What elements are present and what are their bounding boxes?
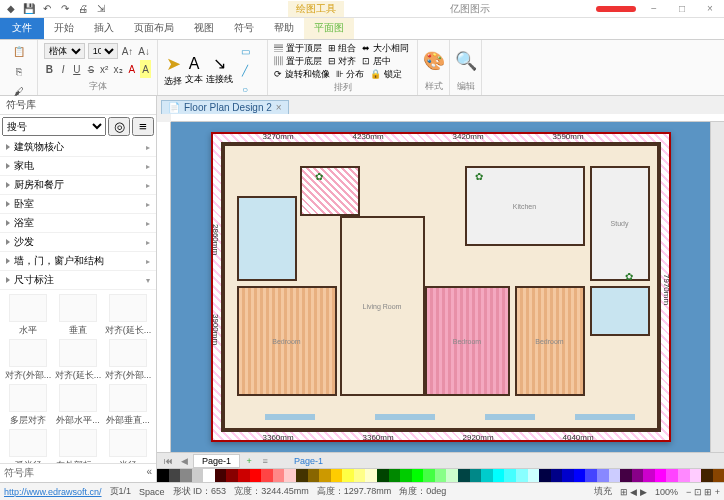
room-bedroom[interactable]: Bedroom xyxy=(425,286,510,396)
color-swatch[interactable] xyxy=(215,469,227,482)
color-swatch[interactable] xyxy=(539,469,551,482)
color-swatch[interactable] xyxy=(412,469,424,482)
zoom-controls[interactable]: − ⊡ ⊞ + xyxy=(686,487,720,497)
shape-item[interactable]: 对齐(延长... xyxy=(54,339,102,382)
category-item[interactable]: 尺寸标注▾ xyxy=(0,271,156,290)
color-swatch[interactable] xyxy=(342,469,354,482)
color-swatch[interactable] xyxy=(273,469,285,482)
shape-item[interactable]: 水平 xyxy=(4,294,52,337)
shape-line-icon[interactable]: ╱ xyxy=(236,61,254,79)
category-item[interactable]: 沙发▸ xyxy=(0,233,156,252)
select-tool-icon[interactable]: ➤ xyxy=(166,53,181,75)
color-swatch[interactable] xyxy=(678,469,690,482)
file-tab[interactable]: 文件 xyxy=(0,18,44,39)
color-swatch[interactable] xyxy=(551,469,563,482)
shape-item[interactable]: 在外部标... xyxy=(54,429,102,463)
room-study[interactable]: Study xyxy=(590,166,650,281)
page-tab-mirror[interactable]: Page-1 xyxy=(294,456,323,466)
category-item[interactable]: 厨房和餐厅▸ xyxy=(0,176,156,195)
shape-item[interactable]: 对齐(外部... xyxy=(104,339,152,382)
tab-home[interactable]: 开始 xyxy=(44,18,84,39)
category-item[interactable]: 建筑物核心▸ xyxy=(0,138,156,157)
room-bedroom[interactable]: Bedroom xyxy=(515,286,585,396)
canvas-viewport[interactable]: 3270mm 4230mm 3420mm 3590mm 2860mm 3900m… xyxy=(171,122,710,452)
export-icon[interactable]: ⇲ xyxy=(94,2,108,16)
color-swatch[interactable] xyxy=(470,469,482,482)
style-icon[interactable]: 🎨 xyxy=(423,50,445,72)
paste-icon[interactable]: 📋 xyxy=(10,42,28,60)
color-swatch[interactable] xyxy=(597,469,609,482)
send-back-button[interactable]: ▥ 置于底层 xyxy=(274,55,322,68)
category-item[interactable]: 卧室▸ xyxy=(0,195,156,214)
undo-icon[interactable]: ↶ xyxy=(40,2,54,16)
color-swatch[interactable] xyxy=(713,469,724,482)
status-url-link[interactable]: http://www.edrawsoft.cn/ xyxy=(4,487,102,497)
save-icon[interactable]: 💾 xyxy=(22,2,36,16)
color-swatch[interactable] xyxy=(690,469,702,482)
color-swatch[interactable] xyxy=(493,469,505,482)
shape-item[interactable]: 外部垂直... xyxy=(104,384,152,427)
lock-button[interactable]: 🔒 锁定 xyxy=(370,68,402,81)
page-tab[interactable]: Page-1 xyxy=(193,454,240,468)
tab-symbols[interactable]: 符号 xyxy=(224,18,264,39)
shape-item[interactable]: 对齐(延长... xyxy=(104,294,152,337)
page-list-button[interactable]: ≡ xyxy=(258,456,272,466)
highlight-icon[interactable]: A xyxy=(140,60,151,78)
font-color-icon[interactable]: A xyxy=(127,60,138,78)
sub-icon[interactable]: x₂ xyxy=(113,60,124,78)
font-grow-icon[interactable]: A↑ xyxy=(121,42,135,60)
close-tab-icon[interactable]: × xyxy=(276,102,282,113)
text-tool-icon[interactable]: A xyxy=(189,55,200,73)
font-shrink-icon[interactable]: A↓ xyxy=(137,42,151,60)
color-swatch[interactable] xyxy=(435,469,447,482)
redo-icon[interactable]: ↷ xyxy=(58,2,72,16)
tab-help[interactable]: 帮助 xyxy=(264,18,304,39)
page-first-button[interactable]: ⏮ xyxy=(161,456,175,466)
color-swatch[interactable] xyxy=(666,469,678,482)
symbol-search-select[interactable]: 搜号 xyxy=(2,117,106,136)
color-swatch[interactable] xyxy=(632,469,644,482)
strike-icon[interactable]: S̶ xyxy=(85,60,96,78)
color-swatch[interactable] xyxy=(377,469,389,482)
bring-front-button[interactable]: ▤ 置于顶层 xyxy=(274,42,322,55)
window-element[interactable] xyxy=(375,414,435,420)
room-living[interactable]: Living Room xyxy=(340,216,425,396)
color-swatch[interactable] xyxy=(504,469,516,482)
shape-item[interactable]: 多层对齐 xyxy=(4,384,52,427)
copy-icon[interactable]: ⎘ xyxy=(10,62,28,80)
color-swatch[interactable] xyxy=(284,469,296,482)
shape-item[interactable]: 对齐(外部... xyxy=(4,339,52,382)
window-element[interactable] xyxy=(485,414,535,420)
group-button[interactable]: ⊞ 组合 xyxy=(328,42,357,55)
rotate-button[interactable]: ⟳ 旋转和镜像 xyxy=(274,68,330,81)
color-swatch[interactable] xyxy=(609,469,621,482)
window-element[interactable] xyxy=(575,414,635,420)
print-icon[interactable]: 🖨 xyxy=(76,2,90,16)
edit-icon[interactable]: 🔍 xyxy=(455,50,477,72)
color-swatch[interactable] xyxy=(365,469,377,482)
tab-view[interactable]: 视图 xyxy=(184,18,224,39)
room-bedroom[interactable]: Bedroom xyxy=(237,286,337,396)
color-swatch[interactable] xyxy=(192,469,204,482)
category-item[interactable]: 家电▸ xyxy=(0,157,156,176)
category-item[interactable]: 浴室▸ xyxy=(0,214,156,233)
bold-button[interactable]: B xyxy=(44,60,55,78)
vertical-scrollbar[interactable] xyxy=(710,122,724,452)
shape-item[interactable]: 半径 xyxy=(104,429,152,463)
room-balcony[interactable] xyxy=(300,166,360,216)
zoom-nav-buttons[interactable]: ⊞ ◀ ▶ xyxy=(620,487,647,497)
tab-insert[interactable]: 插入 xyxy=(84,18,124,39)
color-swatch[interactable] xyxy=(643,469,655,482)
color-swatch[interactable] xyxy=(389,469,401,482)
color-swatch[interactable] xyxy=(655,469,667,482)
size-button[interactable]: ⬌ 大小相同 xyxy=(362,42,409,55)
color-swatch[interactable] xyxy=(481,469,493,482)
color-swatch[interactable] xyxy=(308,469,320,482)
color-swatch[interactable] xyxy=(296,469,308,482)
category-item[interactable]: 墙，门，窗户和结构▸ xyxy=(0,252,156,271)
color-swatch[interactable] xyxy=(261,469,273,482)
font-size-select[interactable]: 10 xyxy=(88,43,118,59)
window-minimize-button[interactable]: − xyxy=(644,3,664,14)
italic-button[interactable]: I xyxy=(58,60,69,78)
shape-item[interactable]: 外部水平... xyxy=(54,384,102,427)
